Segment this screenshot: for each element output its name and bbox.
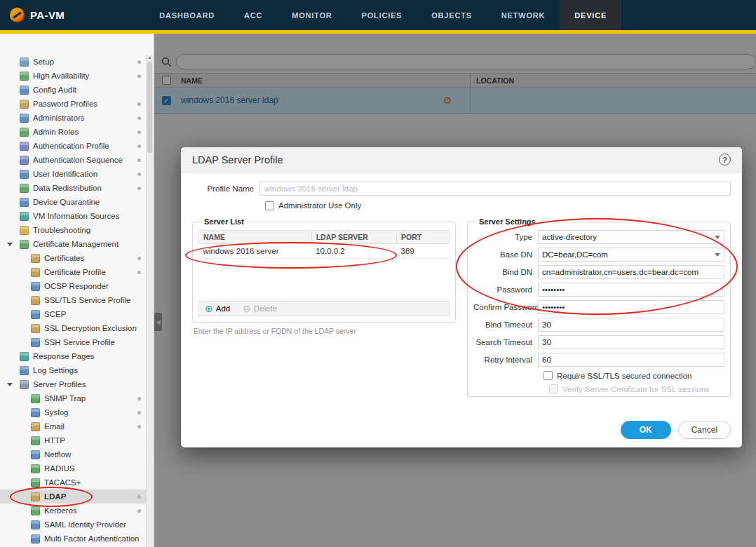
- nav-tab-acc[interactable]: ACC: [229, 0, 277, 30]
- delete-icon: ⊖: [243, 303, 251, 314]
- field-control: [538, 318, 724, 332]
- brand: PA-VM: [0, 0, 74, 30]
- server-list-hint: Enter the IP address or FQDN of the LDAP…: [194, 327, 456, 335]
- sidebar-item-label: SSH Service Profile: [44, 338, 115, 346]
- sidebar-item-password-profiles[interactable]: Password Profiles: [0, 97, 146, 111]
- sidebar-item-troubleshooting[interactable]: Troubleshooting: [0, 223, 146, 237]
- base-dn-select[interactable]: DC=bear,DC=com: [538, 248, 724, 262]
- delete-server-button[interactable]: ⊖ Delete: [243, 303, 277, 314]
- sidebar-scrollbar[interactable]: ▲: [146, 55, 153, 547]
- sidebar-item-label: Netflow: [44, 450, 71, 459]
- admin-use-only-checkbox[interactable]: [265, 201, 274, 210]
- sidebar-item-setup[interactable]: Setup: [0, 55, 146, 69]
- type-select[interactable]: active-directory: [538, 230, 724, 244]
- sidebar-item-response-pages[interactable]: Response Pages: [0, 349, 146, 363]
- sidebar-item-ssl-decryption-exclusion[interactable]: SSL Decryption Exclusion: [0, 321, 146, 335]
- sidebar-item-ldap[interactable]: LDAP: [0, 489, 146, 504]
- sidebar-item-admin-roles[interactable]: Admin Roles: [0, 125, 146, 139]
- server-list-table: NAME LDAP SERVER PORT windows 2016 serve…: [198, 230, 450, 259]
- sidebar-item-authentication-profile[interactable]: Authentication Profile: [0, 139, 146, 153]
- ok-button[interactable]: OK: [621, 421, 671, 439]
- sidebar-item-netflow[interactable]: Netflow: [0, 447, 146, 461]
- sidebar-item-label: SSL Decryption Exclusion: [44, 324, 137, 332]
- help-icon[interactable]: ?: [719, 154, 731, 166]
- profile-name-input[interactable]: [259, 182, 731, 196]
- sidebar-item-administrators[interactable]: Administrators: [0, 111, 146, 125]
- sidebar-item-scep[interactable]: SCEP: [0, 307, 146, 321]
- sidebar-item-http[interactable]: HTTP: [0, 433, 146, 447]
- dialog-title: LDAP Server Profile: [192, 154, 283, 166]
- add-server-button[interactable]: ⊕ Add: [205, 303, 230, 314]
- sidebar-item-device-quarantine[interactable]: Device Quarantine: [0, 195, 146, 209]
- sidebar-item-certificate-profile[interactable]: Certificate Profile: [0, 265, 146, 279]
- sidebar-item-log-settings[interactable]: Log Settings: [0, 363, 146, 377]
- status-dot: [137, 102, 141, 106]
- server-col-name[interactable]: NAME: [199, 231, 312, 244]
- scrollbar-thumb[interactable]: [147, 62, 152, 153]
- search-timeout-input[interactable]: [538, 335, 724, 349]
- sidebar-item-multi-factor-authentication[interactable]: Multi Factor Authentication: [0, 532, 146, 546]
- sidebar-item-snmp-trap[interactable]: SNMP Trap: [0, 391, 146, 405]
- sidebar-item-server-profiles[interactable]: Server Profiles: [0, 377, 146, 391]
- sidebar-item-certificate-management[interactable]: Certificate Management: [0, 237, 146, 251]
- port-cell: 389: [397, 244, 450, 259]
- certificates-icon: [31, 254, 40, 263]
- require-ssl-row: Require SSL/TLS secured connection: [544, 371, 724, 380]
- sidebar-item-config-audit[interactable]: Config Audit: [0, 83, 146, 97]
- sidebar-item-high-availability[interactable]: High Availability: [0, 69, 146, 83]
- server-col-port[interactable]: PORT: [397, 231, 450, 244]
- profile-name-label: Profile Name: [192, 184, 259, 193]
- sidebar-item-vm-information-sources[interactable]: VM Information Sources: [0, 209, 146, 223]
- sidebar-item-authentication-sequence[interactable]: Authentication Sequence: [0, 153, 146, 167]
- retry-interval-input[interactable]: [538, 353, 724, 367]
- field-label: Confirm Password: [473, 303, 538, 311]
- sidebar-item-tacacs[interactable]: TACACS+: [0, 475, 146, 489]
- status-dot: [137, 144, 141, 148]
- server-profiles-icon: [20, 380, 29, 389]
- sidebar-item-ocsp-responder[interactable]: OCSP Responder: [0, 279, 146, 293]
- selected-value: DC=bear,DC=com: [542, 250, 608, 259]
- verify-cert-checkbox[interactable]: [549, 384, 558, 393]
- nav-tab-dashboard[interactable]: DASHBOARD: [144, 0, 229, 30]
- field-control: active-directory: [538, 230, 724, 244]
- status-dot: [137, 271, 141, 274]
- password-input[interactable]: [538, 283, 724, 297]
- require-ssl-checkbox[interactable]: [544, 371, 553, 380]
- sidebar-item-label: Device Quarantine: [33, 198, 100, 206]
- vm-information-sources-icon: [20, 212, 29, 221]
- cancel-button[interactable]: Cancel: [678, 421, 731, 439]
- sidebar-item-user-identification[interactable]: User Identification: [0, 167, 146, 181]
- sidebar-item-label: SCEP: [44, 310, 66, 318]
- sidebar-item-label: SNMP Trap: [44, 394, 86, 403]
- sidebar-item-label: Administrators: [33, 114, 85, 122]
- status-dot: [137, 509, 141, 513]
- status-dot: [137, 187, 141, 190]
- field-control: [538, 353, 724, 367]
- server-col-ldap-server[interactable]: LDAP SERVER: [311, 231, 396, 244]
- sidebar-item-kerberos[interactable]: Kerberos: [0, 504, 146, 518]
- nav-tab-policies[interactable]: POLICIES: [347, 0, 417, 30]
- sidebar-item-email[interactable]: Email: [0, 419, 146, 433]
- sidebar-item-syslog[interactable]: Syslog: [0, 405, 146, 419]
- sidebar-item-label: Certificates: [44, 254, 85, 262]
- server-list-block: Server List NAME LDAP SERVER PORT window…: [192, 217, 456, 335]
- bind-dn-input[interactable]: [538, 265, 724, 279]
- server-list-row[interactable]: windows 2016 server10.0.0.2389: [199, 244, 450, 259]
- bind-timeout-input[interactable]: [538, 318, 724, 332]
- sidebar-item-ssl-tls-service-profile[interactable]: SSL/TLS Service Profile: [0, 293, 146, 307]
- chevron-down-icon[interactable]: [7, 383, 13, 386]
- top-nav: PA-VM DASHBOARDACCMONITORPOLICIESOBJECTS…: [0, 0, 756, 30]
- nav-tab-monitor[interactable]: MONITOR: [277, 0, 346, 30]
- sidebar-item-radius[interactable]: RADIUS: [0, 461, 146, 475]
- sidebar-item-label: SAML Identity Provider: [44, 520, 126, 529]
- sidebar-item-certificates[interactable]: Certificates: [0, 251, 146, 265]
- nav-tab-device[interactable]: DEVICE: [560, 0, 621, 30]
- nav-tab-network[interactable]: NETWORK: [487, 0, 560, 30]
- netflow-icon: [31, 450, 40, 459]
- sidebar-item-saml-identity-provider[interactable]: SAML Identity Provider: [0, 518, 146, 532]
- confirm-password-input[interactable]: [538, 300, 724, 314]
- sidebar-item-data-redistribution[interactable]: Data Redistribution: [0, 181, 146, 195]
- nav-tab-objects[interactable]: OBJECTS: [417, 0, 487, 30]
- sidebar-item-ssh-service-profile[interactable]: SSH Service Profile: [0, 335, 146, 349]
- chevron-down-icon[interactable]: [7, 243, 13, 246]
